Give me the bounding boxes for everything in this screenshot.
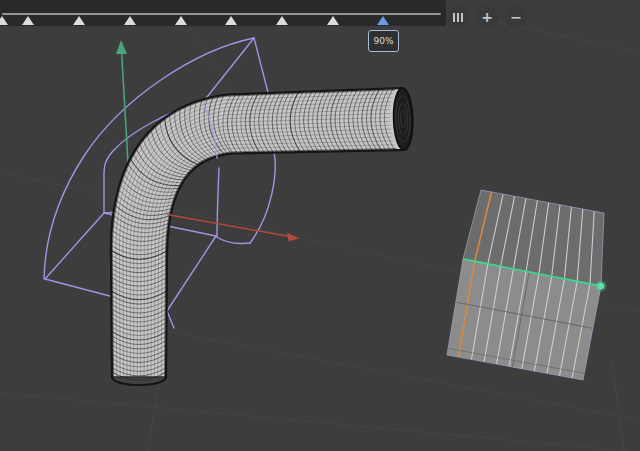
tracks-button[interactable] [447, 6, 469, 28]
timeline-marker[interactable] [276, 16, 288, 25]
plus-icon: + [481, 6, 493, 28]
value-tooltip: 90% [368, 30, 399, 52]
timeline-bar[interactable] [0, 0, 446, 26]
viewport-canvas[interactable] [0, 0, 640, 451]
3d-viewport-window: + − 90% [0, 0, 640, 451]
timeline-track [2, 13, 441, 15]
minus-icon: − [510, 6, 522, 28]
timeline-marker[interactable] [124, 16, 136, 25]
timeline-marker[interactable] [0, 16, 8, 25]
timeline-marker[interactable] [22, 16, 34, 25]
timeline-marker[interactable] [225, 16, 237, 25]
tube-mesh[interactable] [111, 88, 413, 385]
x-axis-handle[interactable] [167, 215, 299, 242]
tube-end-cap [394, 88, 413, 150]
bars-icon [453, 13, 463, 22]
timeline-marker-selected[interactable] [377, 16, 389, 25]
tooltip-value: 90% [373, 36, 393, 46]
profile-plane-mesh[interactable] [447, 190, 607, 380]
timeline-marker[interactable] [175, 16, 187, 25]
plane-vertex-handle[interactable] [598, 283, 605, 290]
timeline-marker[interactable] [73, 16, 85, 25]
add-button[interactable]: + [476, 6, 498, 28]
timeline-marker[interactable] [327, 16, 339, 25]
remove-button[interactable]: − [505, 6, 527, 28]
